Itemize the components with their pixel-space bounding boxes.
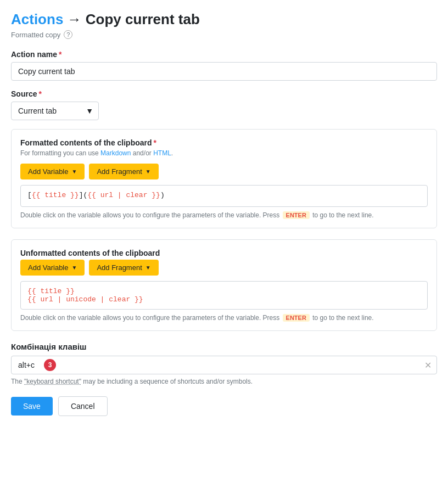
source-select[interactable]: Current tab All tabs Selected tabs	[11, 102, 99, 120]
chevron-down-icon: ▼	[145, 169, 151, 175]
source-select-wrapper: Current tab All tabs Selected tabs ▼	[11, 102, 99, 120]
formatted-hint-text: Double click on the variable allows you …	[20, 211, 428, 219]
keyboard-section: Комбінація клавіш 3 ✕ The "keyboard shor…	[11, 342, 437, 385]
action-buttons-row: Save Cancel	[11, 396, 437, 416]
save-button[interactable]: Save	[11, 397, 53, 416]
chevron-down-icon: ▼	[145, 265, 151, 271]
action-name-group: Action name*	[11, 50, 437, 81]
formatted-template-box[interactable]: [{{ title }}]({{ url | clear }})	[20, 185, 428, 207]
page-title: Copy current tab	[86, 11, 200, 27]
add-variable-button-formatted[interactable]: Add Variable ▼	[20, 164, 85, 179]
action-name-label: Action name*	[11, 50, 437, 59]
unformatted-section-title: Unformatted contents of the clipboard	[20, 249, 428, 257]
unformatted-hint-text: Double click on the variable allows you …	[20, 314, 428, 322]
keyboard-shortcut-input[interactable]	[11, 356, 437, 374]
formatted-section-title: Formatted contents of the clipboard*	[20, 138, 428, 147]
formatted-clipboard-section: Formatted contents of the clipboard* For…	[11, 129, 437, 228]
unformatted-template-box[interactable]: {{ title }} {{ url | unicode | clear }}	[20, 281, 428, 310]
chevron-down-icon: ▼	[71, 265, 77, 271]
chevron-down-icon: ▼	[71, 169, 77, 175]
keyboard-badge: 3	[44, 359, 56, 371]
markdown-link[interactable]: Markdown	[100, 149, 131, 157]
formatted-section-hint: For formatting you can use Markdown and/…	[20, 149, 428, 157]
keyboard-hint: The "keyboard shortcut" may be including…	[11, 378, 437, 385]
keyboard-input-wrapper: 3 ✕	[11, 356, 437, 374]
page-header: Actions → Copy current tab	[11, 11, 437, 28]
breadcrumb: Actions → Copy current tab	[11, 11, 437, 28]
add-variable-button-unformatted[interactable]: Add Variable ▼	[20, 260, 85, 276]
add-fragment-button-formatted[interactable]: Add Fragment ▼	[89, 164, 158, 179]
enter-badge-2: ENTER	[283, 314, 310, 322]
actions-link[interactable]: Actions	[11, 11, 63, 27]
unformatted-clipboard-section: Unformatted contents of the clipboard Ad…	[11, 239, 437, 331]
clear-icon[interactable]: ✕	[424, 360, 432, 370]
enter-badge: ENTER	[283, 211, 310, 219]
formatted-btn-group: Add Variable ▼ Add Fragment ▼	[20, 164, 428, 179]
keyboard-shortcut-link[interactable]: "keyboard shortcut"	[24, 378, 81, 385]
subtitle: Formatted copy ?	[11, 30, 437, 39]
cancel-button[interactable]: Cancel	[58, 396, 108, 416]
help-icon[interactable]: ?	[64, 30, 72, 39]
source-group: Source* Current tab All tabs Selected ta…	[11, 89, 437, 120]
html-link[interactable]: HTML	[153, 149, 171, 157]
source-label: Source*	[11, 89, 437, 98]
add-fragment-button-unformatted[interactable]: Add Fragment ▼	[89, 260, 158, 276]
unformatted-btn-group: Add Variable ▼ Add Fragment ▼	[20, 260, 428, 276]
action-name-input[interactable]	[11, 62, 437, 81]
keyboard-label: Комбінація клавіш	[11, 342, 437, 351]
